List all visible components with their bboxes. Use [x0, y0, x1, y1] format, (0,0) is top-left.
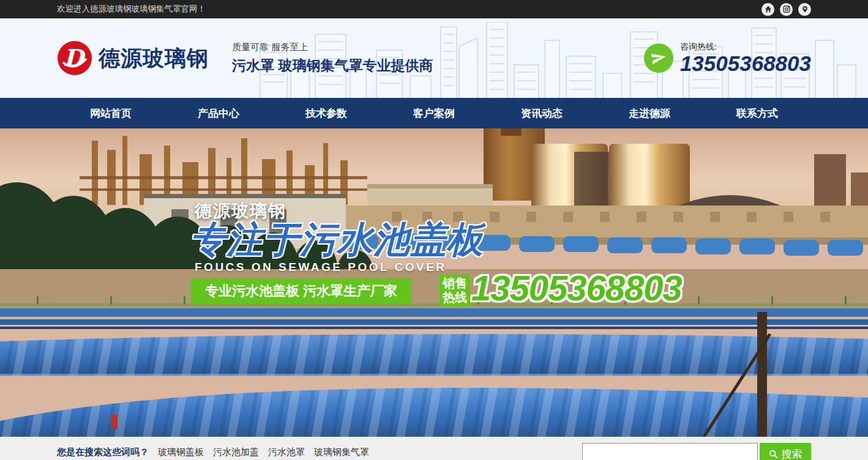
magnifier-icon — [769, 450, 778, 459]
social-links — [761, 3, 811, 16]
hero-subtitle-en: FOUCS ON SEWAGE POOL COVER — [195, 261, 447, 274]
nav-item-products[interactable]: 产品中心 — [165, 98, 272, 128]
keyword-link-gas-collection[interactable]: 玻璃钢集气罩 — [314, 447, 369, 458]
slogan-block: 质量可靠 服务至上 污水罩 玻璃钢集气罩专业提供商 — [221, 42, 433, 75]
logo[interactable]: D 德源玻璃钢 — [57, 40, 209, 76]
nav-item-home[interactable]: 网站首页 — [57, 98, 165, 128]
keyword-link-pool-capping[interactable]: 污水池加盖 — [213, 447, 259, 458]
camera-icon[interactable] — [780, 3, 793, 16]
home-icon[interactable] — [761, 3, 774, 16]
slogan-large: 污水罩 玻璃钢集气罩专业提供商 — [232, 56, 433, 75]
sales-hotline-badge: 销售 热线 — [440, 275, 470, 306]
sales-hotline-badge-line1: 销售 — [443, 276, 467, 291]
sales-hotline-number: 13505368803 — [471, 267, 682, 308]
hero-title: 专注于污水池盖板 — [190, 216, 484, 265]
search-button-label: 搜索 — [782, 447, 803, 460]
site-header: D 德源玻璃钢 质量可靠 服务至上 污水罩 玻璃钢集气罩专业提供商 咨询热线: … — [0, 18, 868, 98]
main-nav: 网站首页 产品中心 技术参数 客户案例 资讯动态 走进德源 联系方式 — [0, 98, 868, 128]
search-hint: 您是在搜索这些词吗？ — [57, 447, 149, 458]
brand-name: 德源玻璃钢 — [99, 44, 209, 73]
welcome-text: 欢迎进入德源玻璃钢玻璃钢集气罩官网！ — [57, 4, 206, 15]
hotline-number: 13505368803 — [680, 53, 811, 75]
search-input[interactable] — [582, 443, 758, 460]
search-button[interactable]: 搜索 — [760, 443, 811, 460]
search-strip: 您是在搜索这些词吗？ 玻璃钢盖板 污水池加盖 污水池罩 玻璃钢集气罩 搜索 — [0, 437, 868, 460]
keyword-link-fiberglass-cover[interactable]: 玻璃钢盖板 — [158, 447, 204, 458]
sales-hotline-badge-line2: 热线 — [443, 291, 467, 305]
hero-tagline-banner[interactable]: 专业污水池盖板 污水罩生产厂家 — [191, 278, 411, 304]
header-hotline: 咨询热线: 13505368803 — [644, 42, 811, 75]
keyword-link-pool-hood[interactable]: 污水池罩 — [268, 447, 305, 458]
nav-item-specs[interactable]: 技术参数 — [272, 98, 380, 128]
search-box: 搜索 — [582, 443, 811, 460]
nav-item-news[interactable]: 资讯动态 — [488, 98, 596, 128]
hotline-label: 咨询热线: — [680, 42, 811, 53]
red-d-logo-icon: D — [57, 40, 92, 76]
topbar: 欢迎进入德源玻璃钢玻璃钢集气罩官网！ — [0, 0, 868, 18]
nav-item-contact[interactable]: 联系方式 — [703, 98, 811, 128]
nav-item-cases[interactable]: 客户案例 — [380, 98, 488, 128]
paper-plane-icon — [644, 43, 673, 73]
slogan-small: 质量可靠 服务至上 — [232, 42, 433, 53]
nav-item-about[interactable]: 走进德源 — [596, 98, 703, 128]
location-pin-icon[interactable] — [798, 3, 811, 16]
hero-banner: 德源玻璃钢 专注于污水池盖板 FOUCS ON SEWAGE POOL COVE… — [0, 128, 868, 437]
